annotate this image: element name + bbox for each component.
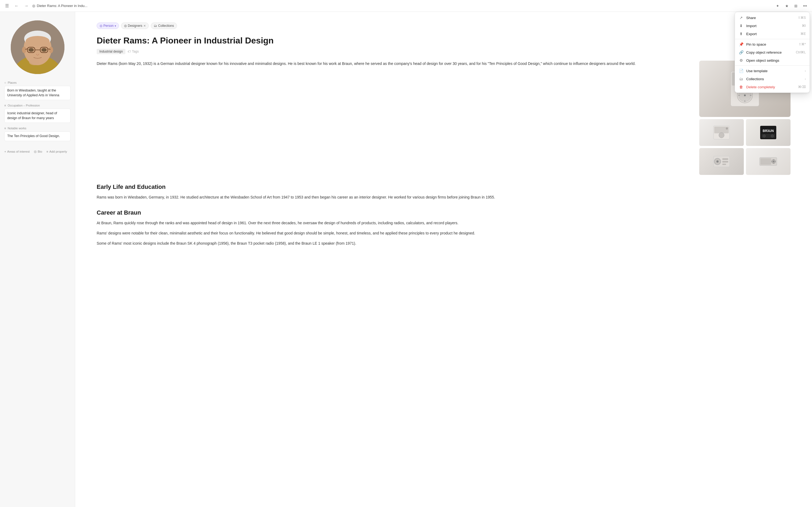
- svg-rect-81: [722, 164, 726, 165]
- menu-item-delete[interactable]: 🗑Delete completely⌘⌫: [735, 83, 810, 91]
- tag-collections[interactable]: 🗂 Collections: [151, 22, 177, 29]
- section-career-text3: Some of Rams' most iconic designs includ…: [97, 240, 791, 247]
- areas-icon: +: [4, 150, 6, 153]
- svg-rect-80: [722, 161, 728, 163]
- import-shortcut: ⌘I: [802, 24, 806, 27]
- collections-label: Collections: [746, 77, 802, 81]
- menu-item-use-template[interactable]: 📄Use template›: [735, 67, 810, 75]
- avatar: [11, 20, 64, 74]
- layout-icon[interactable]: ⊞: [792, 2, 800, 10]
- collections-tag-icon: 🗂: [154, 24, 157, 27]
- svg-point-14: [41, 48, 47, 52]
- intro-text: Dieter Rams (born May 20, 1932) is a Ger…: [97, 61, 693, 175]
- use-template-icon: 📄: [739, 69, 744, 73]
- svg-point-5: [26, 36, 50, 47]
- app-layout: ○ Places Born in Wiesbaden, taught at th…: [0, 12, 812, 507]
- delete-label: Delete completely: [746, 85, 795, 89]
- svg-point-7: [49, 47, 53, 53]
- section-early-life-heading: Early Life and Education: [97, 183, 791, 190]
- svg-point-60: [744, 95, 746, 97]
- add-property-icon: ≡: [46, 150, 48, 153]
- object-settings-label: Open object settings: [746, 58, 806, 62]
- use-template-arrow-icon: ›: [805, 69, 806, 72]
- properties-section: ○ Places Born in Wiesbaden, taught at th…: [0, 78, 75, 147]
- more-options-button[interactable]: •••: [801, 2, 809, 10]
- places-value[interactable]: Born in Wiesbaden, taught at the Univers…: [4, 86, 70, 100]
- areas-of-interest-button[interactable]: + Areas of interest: [4, 150, 30, 153]
- svg-point-13: [29, 48, 34, 52]
- tags-placeholder[interactable]: 🏷 Tags: [128, 50, 139, 53]
- braun-small-image-4: [746, 148, 791, 175]
- topbar-title-text: Dieter Rams: A Pioneer in Indu...: [37, 4, 88, 8]
- forward-icon[interactable]: →: [22, 2, 30, 10]
- avatar-svg: [11, 20, 64, 74]
- person-tag-chevron: ▾: [115, 24, 116, 27]
- export-icon: ⬆: [739, 32, 744, 36]
- delete-shortcut: ⌘⌫: [798, 85, 806, 89]
- menu-item-copy-ref[interactable]: 🔗Copy object referenceCtrl⌘L: [735, 48, 810, 56]
- svg-text:BRλUN: BRλUN: [763, 129, 774, 133]
- menu-item-object-settings[interactable]: ⚙Open object settings: [735, 56, 810, 64]
- places-icon: ○: [4, 81, 6, 84]
- back-icon[interactable]: ←: [13, 2, 20, 10]
- menu-item-pin[interactable]: 📌Pin to space⇧⌘*: [735, 40, 810, 48]
- context-menu[interactable]: ↗Share⇧⌘S⬇Import⌘I⬆Export⌘E📌Pin to space…: [735, 12, 810, 93]
- places-property: ○ Places Born in Wiesbaden, taught at th…: [4, 80, 70, 100]
- person-tag-icon: ◎: [100, 24, 102, 27]
- divider2: [735, 65, 810, 66]
- topbar: ☰ ← → ◎ Dieter Rams: A Pioneer in Indu..…: [0, 0, 812, 12]
- svg-point-74: [763, 135, 766, 137]
- menu-icon[interactable]: ☰: [3, 2, 11, 10]
- braun-small-image-3: [699, 148, 744, 175]
- tags-bar: ◎ Person ▾ ◎ Designers ✕ 🗂 Collections: [97, 22, 791, 29]
- bio-icon: ◎: [34, 150, 37, 154]
- occupation-value[interactable]: Iconic industrial designer, head of desi…: [4, 109, 70, 123]
- section-career-text2: Rams' designs were notable for their cle…: [97, 230, 791, 237]
- topbar-right: ✦ ★ ⊞ •••: [774, 2, 809, 10]
- third-images-row: [699, 148, 791, 175]
- section-early-life-text: Rams was born in Wiesbaden, Germany, in …: [97, 194, 791, 201]
- pin-shortcut: ⇧⌘*: [799, 42, 806, 46]
- menu-item-collections[interactable]: 🗂Collections›: [735, 75, 810, 83]
- sidebar: ○ Places Born in Wiesbaden, taught at th…: [0, 12, 75, 507]
- tools-icon[interactable]: ✦: [774, 2, 781, 10]
- svg-point-15: [29, 59, 40, 65]
- industrial-design-tag[interactable]: Industrial design: [97, 49, 125, 54]
- menu-item-import[interactable]: ⬇Import⌘I: [735, 22, 810, 30]
- add-property-button[interactable]: ≡ Add property: [46, 150, 67, 153]
- notable-works-property: ≡ Notable works The Ten Principles of Go…: [4, 126, 70, 141]
- section-career-heading: Career at Braun: [97, 209, 791, 216]
- star-icon[interactable]: ★: [783, 2, 791, 10]
- occupation-property: ≡ Occupation – Profession Iconic industr…: [4, 103, 70, 123]
- export-label: Export: [746, 32, 798, 36]
- use-template-label: Use template: [746, 69, 802, 73]
- share-shortcut: ⇧⌘S: [798, 16, 806, 19]
- page-doc-icon: ◎: [32, 4, 35, 8]
- svg-point-70: [726, 127, 728, 129]
- import-icon: ⬇: [739, 23, 744, 28]
- designers-remove-icon[interactable]: ✕: [143, 24, 146, 27]
- svg-point-69: [719, 132, 724, 138]
- places-label: ○ Places: [4, 80, 70, 85]
- tag-icon: 🏷: [128, 50, 131, 53]
- import-label: Import: [746, 24, 799, 28]
- collections-icon: 🗂: [739, 77, 744, 81]
- share-label: Share: [746, 16, 795, 20]
- braun-small-image-2: BRλUN: [746, 119, 791, 146]
- menu-item-export[interactable]: ⬆Export⌘E: [735, 30, 810, 38]
- tag-designers[interactable]: ◎ Designers ✕: [121, 22, 149, 29]
- svg-point-6: [22, 47, 26, 53]
- notable-icon: ≡: [4, 127, 6, 130]
- pin-label: Pin to space: [746, 42, 796, 46]
- share-icon: ↗: [739, 15, 744, 20]
- object-settings-icon: ⚙: [739, 58, 744, 62]
- avatar-image: [11, 20, 64, 74]
- svg-rect-79: [722, 158, 728, 160]
- menu-item-share[interactable]: ↗Share⇧⌘S: [735, 14, 810, 22]
- bio-button[interactable]: ◎ Bio: [34, 150, 42, 154]
- tag-person[interactable]: ◎ Person ▾: [97, 22, 119, 29]
- occupation-label: ≡ Occupation – Profession: [4, 103, 70, 108]
- svg-rect-83: [760, 158, 771, 165]
- notable-works-value[interactable]: The Ten Principles of Good Design.: [4, 131, 70, 141]
- svg-point-78: [716, 160, 719, 163]
